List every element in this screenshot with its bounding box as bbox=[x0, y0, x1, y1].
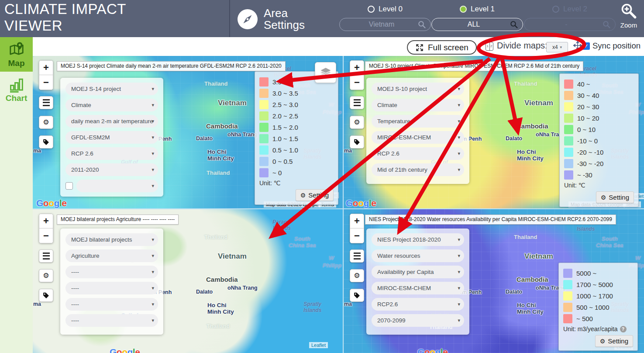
layer-list-button[interactable] bbox=[39, 96, 53, 109]
divide-maps-select[interactable]: x4▾ bbox=[546, 42, 568, 52]
map-settings-button[interactable]: ⚙ bbox=[39, 116, 53, 129]
map-select[interactable]: MOEJ S-14 project▾ bbox=[65, 83, 158, 95]
level-1-search-input[interactable] bbox=[432, 18, 523, 31]
tag-icon bbox=[353, 138, 361, 146]
list-icon bbox=[43, 253, 50, 260]
full-screen-button[interactable]: Full screen bbox=[407, 40, 477, 55]
map-select[interactable]: Agriculture▾ bbox=[65, 249, 158, 262]
map-select[interactable]: Climate▾ bbox=[372, 99, 464, 111]
zoom-in-button[interactable]: + bbox=[350, 214, 364, 228]
map-select[interactable]: RCP2.6▾ bbox=[372, 298, 464, 311]
layer-list-button[interactable] bbox=[350, 249, 364, 263]
legend-row: 2.0 ~ 2.5 bbox=[259, 110, 334, 121]
legend-swatch bbox=[259, 111, 269, 121]
map-select[interactable]: Temperature▾ bbox=[372, 115, 464, 128]
map-select[interactable]: ----▾ bbox=[65, 282, 158, 294]
map-select[interactable]: ----▾ bbox=[65, 266, 158, 278]
map-select[interactable]: RCP 2.6▾ bbox=[372, 147, 464, 160]
google-logo[interactable]: Google bbox=[110, 347, 140, 353]
legend: 40 ~ 30 ~ 40 20 ~ 30 10 ~ 20 bbox=[559, 73, 639, 207]
sidebar-tab-chart[interactable]: Chart bbox=[0, 72, 33, 108]
sidebar-tab-map[interactable]: Map bbox=[0, 37, 33, 72]
map-panel-2[interactable]: ThailandBangkokVietnamCambodiaPhnom Penh… bbox=[344, 56, 644, 208]
map-select[interactable]: RCP 2.6▾ bbox=[65, 147, 158, 160]
tag-button[interactable] bbox=[39, 289, 53, 302]
legend-setting-button[interactable]: ⚙Setting bbox=[296, 189, 334, 201]
layer-list-button[interactable] bbox=[39, 249, 53, 263]
layers-control-button[interactable] bbox=[315, 62, 336, 83]
zoom-out-button[interactable]: − bbox=[39, 75, 53, 90]
leaflet-link[interactable]: Leaflet bbox=[309, 342, 328, 348]
legend-unit: Unit: ℃ bbox=[564, 182, 634, 189]
google-logo[interactable]: Google bbox=[36, 198, 66, 208]
google-logo[interactable]: Google bbox=[417, 347, 448, 353]
legend-label: ~ -30 bbox=[577, 171, 592, 179]
map-select[interactable]: MIROC-ESM-CHEM▾ bbox=[372, 131, 464, 144]
level-1-search[interactable] bbox=[431, 18, 523, 31]
map-select[interactable]: Water resources▾ bbox=[372, 249, 464, 262]
map-select[interactable]: daily mean 2-m air temperature▾ bbox=[65, 115, 158, 128]
legend-setting-button[interactable]: ⚙Setting bbox=[596, 191, 634, 203]
map-settings-button[interactable]: ⚙ bbox=[350, 269, 364, 282]
zoom-in-magnifier-icon bbox=[620, 3, 637, 19]
sidebar-tab-chart-label: Chart bbox=[6, 93, 28, 103]
zoom-in-button[interactable]: + bbox=[39, 214, 53, 228]
legend-setting-button[interactable]: ⚙Setting bbox=[595, 335, 633, 347]
search-icon[interactable] bbox=[418, 21, 426, 29]
zoom-out-button[interactable]: − bbox=[350, 75, 364, 90]
tag-button[interactable] bbox=[350, 135, 364, 149]
tag-button[interactable] bbox=[350, 289, 364, 302]
level-0-search[interactable] bbox=[339, 18, 431, 31]
zoom-out-button[interactable]: − bbox=[39, 228, 53, 243]
google-logo[interactable]: Google bbox=[346, 198, 376, 208]
tag-button[interactable] bbox=[39, 135, 53, 149]
layer-checkbox[interactable] bbox=[65, 182, 73, 190]
map-panel-1[interactable]: ThailandBangkokVietnamCambodiaPhnom Penh… bbox=[33, 56, 343, 208]
sync-checkbox[interactable]: ✓ bbox=[582, 42, 590, 50]
map-select[interactable]: Climate▾ bbox=[65, 99, 158, 111]
legend-row: 1000 ~ 1700 bbox=[563, 290, 633, 301]
level-2-radio-row[interactable]: Level 2 bbox=[524, 4, 616, 14]
map-select[interactable]: GFDL-ESM2M▾ bbox=[65, 131, 158, 144]
zoom-out-button[interactable]: − bbox=[350, 228, 364, 243]
list-icon bbox=[43, 99, 50, 106]
map-select[interactable]: MIROC-ESM-CHEM▾ bbox=[372, 282, 464, 294]
level-0-radio-row[interactable]: Level 0 bbox=[339, 4, 431, 14]
map-select[interactable]: ----▾ bbox=[65, 298, 158, 311]
map-select[interactable]: MOEJ bilateral projects▾ bbox=[65, 233, 158, 246]
chart-icon bbox=[9, 77, 24, 93]
legend-row: 1.5 ~ 2.0 bbox=[259, 121, 334, 133]
level-2-radio[interactable] bbox=[552, 6, 559, 13]
map-select[interactable]: 2011-2020▾ bbox=[65, 163, 158, 176]
map-select[interactable]: MOEJ S-10 project▾ bbox=[372, 83, 464, 95]
legend-row: -30 ~ -20 bbox=[564, 158, 634, 169]
zoom-tool-button[interactable]: Zoom bbox=[616, 3, 641, 29]
chevron-down-icon: ▾ bbox=[458, 253, 460, 259]
map-select-empty[interactable]: ▾ bbox=[76, 180, 158, 192]
legend: 3.5 ~ 3.0 ~ 3.5 2.5 ~ 3.0 2.0 ~ bbox=[255, 71, 338, 205]
map-select[interactable]: 2070-2099▾ bbox=[372, 314, 464, 327]
level-1-radio[interactable] bbox=[460, 6, 467, 13]
level-1-radio-row[interactable]: Level 1 bbox=[431, 4, 523, 14]
level-2-search[interactable] bbox=[524, 18, 616, 31]
position-icon bbox=[573, 41, 582, 50]
map-settings-button[interactable]: ⚙ bbox=[39, 269, 53, 282]
map-panel-4[interactable]: ThailandBangkokVietnamCambodiaPhnom Penh… bbox=[344, 209, 644, 353]
map-select[interactable]: Mid of 21th century▾ bbox=[372, 163, 464, 176]
map-select[interactable]: ----▾ bbox=[65, 314, 158, 327]
zoom-in-button[interactable]: + bbox=[39, 61, 53, 75]
map-select[interactable]: NIES Project 2018-2020▾ bbox=[372, 233, 464, 246]
level-0-radio[interactable] bbox=[368, 6, 375, 13]
zoom-in-button[interactable]: + bbox=[350, 61, 364, 75]
map-panel-3[interactable]: ThailandBangkokVietnamCambodiaPhnom Penh… bbox=[33, 209, 343, 353]
help-icon[interactable]: ? bbox=[620, 326, 627, 332]
map-settings-button[interactable]: ⚙ bbox=[350, 116, 364, 129]
map-select[interactable]: Availability per Capita▾ bbox=[372, 266, 464, 278]
legend-row: 0.5 ~ 1.0 bbox=[259, 144, 334, 156]
level-2-search-input[interactable] bbox=[524, 18, 615, 31]
search-icon[interactable] bbox=[510, 21, 518, 29]
gear-icon: ⚙ bbox=[354, 272, 360, 279]
level-0-search-input[interactable] bbox=[340, 18, 430, 31]
layer-list-button[interactable] bbox=[350, 96, 364, 109]
chevron-down-icon: ▾ bbox=[458, 269, 460, 275]
